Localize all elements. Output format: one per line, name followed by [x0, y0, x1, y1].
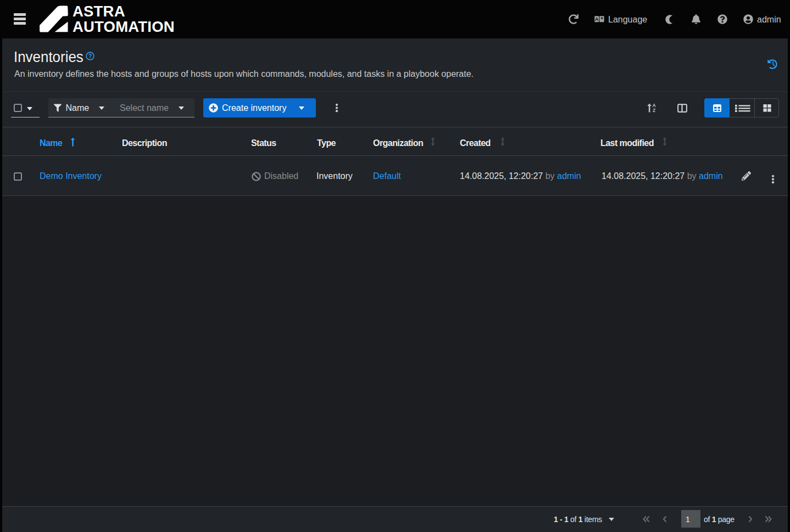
svg-text:A: A — [595, 16, 599, 22]
svg-text:Z: Z — [653, 108, 655, 113]
svg-text:?: ? — [88, 52, 91, 59]
